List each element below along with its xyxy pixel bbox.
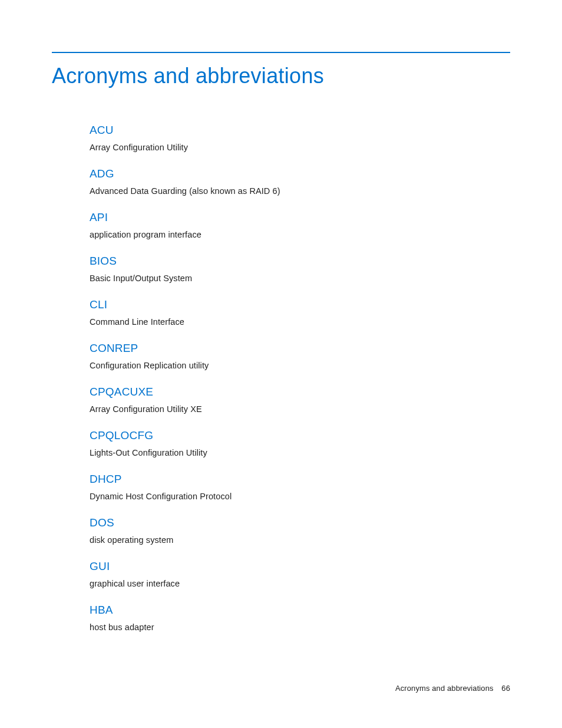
acronym-list: ACU Array Configuration Utility ADG Adva… <box>90 124 510 632</box>
acronym-term: BIOS <box>90 255 510 268</box>
acronym-definition: Basic Input/Output System <box>90 274 510 283</box>
acronym-term: DHCP <box>90 473 510 486</box>
acronym-entry: CPQACUXE Array Configuration Utility XE <box>90 386 510 414</box>
acronym-term: CPQACUXE <box>90 386 510 398</box>
acronym-term: API <box>90 211 510 224</box>
acronym-entry: DHCP Dynamic Host Configuration Protocol <box>90 473 510 501</box>
top-divider <box>52 52 510 53</box>
acronym-definition: graphical user interface <box>90 579 510 588</box>
acronym-entry: ACU Array Configuration Utility <box>90 124 510 152</box>
acronym-definition: Command Line Interface <box>90 317 510 327</box>
acronym-term: DOS <box>90 516 510 529</box>
acronym-term: GUI <box>90 560 510 573</box>
acronym-entry: GUI graphical user interface <box>90 560 510 588</box>
acronym-definition: Configuration Replication utility <box>90 361 510 370</box>
acronym-entry: CPQLOCFG Lights-Out Configuration Utilit… <box>90 429 510 457</box>
acronym-term: CPQLOCFG <box>90 429 510 442</box>
acronym-definition: disk operating system <box>90 535 510 545</box>
acronym-definition: Array Configuration Utility <box>90 143 510 152</box>
acronym-definition: Lights-Out Configuration Utility <box>90 448 510 457</box>
page-footer: Acronyms and abbreviations 66 <box>395 684 510 693</box>
acronym-term: ACU <box>90 124 510 137</box>
document-page: Acronyms and abbreviations ACU Array Con… <box>0 0 562 632</box>
footer-page-number: 66 <box>501 684 510 693</box>
acronym-term: ADG <box>90 167 510 180</box>
acronym-definition: Array Configuration Utility XE <box>90 404 510 414</box>
acronym-entry: BIOS Basic Input/Output System <box>90 255 510 283</box>
acronym-definition: Dynamic Host Configuration Protocol <box>90 492 510 501</box>
acronym-entry: CONREP Configuration Replication utility <box>90 342 510 370</box>
acronym-definition: application program interface <box>90 230 510 239</box>
acronym-term: CONREP <box>90 342 510 355</box>
acronym-entry: API application program interface <box>90 211 510 239</box>
acronym-entry: HBA host bus adapter <box>90 604 510 632</box>
acronym-definition: host bus adapter <box>90 622 510 632</box>
acronym-entry: CLI Command Line Interface <box>90 298 510 327</box>
page-title: Acronyms and abbreviations <box>52 64 510 88</box>
acronym-term: HBA <box>90 604 510 617</box>
acronym-entry: DOS disk operating system <box>90 516 510 545</box>
acronym-definition: Advanced Data Guarding (also known as RA… <box>90 186 510 196</box>
acronym-term: CLI <box>90 298 510 311</box>
footer-section-label: Acronyms and abbreviations <box>395 684 494 693</box>
acronym-entry: ADG Advanced Data Guarding (also known a… <box>90 167 510 196</box>
